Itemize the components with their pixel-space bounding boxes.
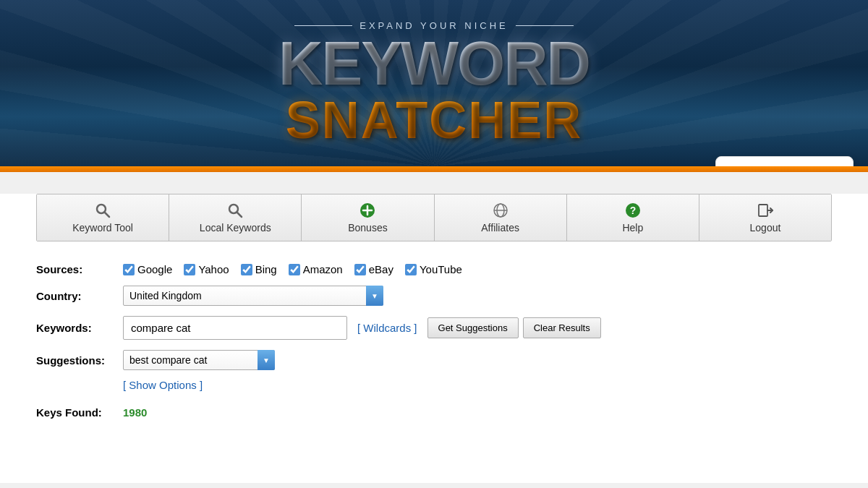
sources-row: Sources: Google Yahoo Bing Amazon — [36, 263, 832, 275]
logo-container: EXPAND YOUR NICHE KEYWORD SNATCHER — [278, 20, 590, 146]
globe-icon — [492, 202, 509, 219]
source-bing-checkbox[interactable] — [241, 264, 252, 275]
suggestions-select-wrapper: best compare cat compare cat food compar… — [123, 350, 275, 370]
wildcards-link[interactable]: [ Wildcards ] — [357, 322, 417, 334]
source-bing-label: Bing — [255, 263, 277, 275]
member-login-box[interactable]: ⬚ MEMBER LOGIN — [715, 156, 854, 166]
tab-logout[interactable]: Logout — [699, 194, 831, 241]
tab-bonuses-label: Bonuses — [348, 222, 387, 234]
source-youtube-checkbox[interactable] — [405, 264, 417, 275]
source-yahoo-label: Yahoo — [198, 263, 229, 275]
source-ebay-label: eBay — [369, 263, 393, 275]
source-yahoo[interactable]: Yahoo — [184, 263, 229, 275]
help-icon: ? — [624, 202, 642, 219]
source-google-label: Google — [137, 263, 172, 275]
svg-line-1 — [105, 213, 110, 218]
source-amazon-checkbox[interactable] — [289, 264, 300, 275]
orange-bar — [0, 166, 868, 172]
source-yahoo-checkbox[interactable] — [184, 264, 195, 275]
form-area: Sources: Google Yahoo Bing Amazon — [36, 263, 832, 419]
tab-help-label: Help — [622, 222, 643, 234]
source-google-checkbox[interactable] — [123, 264, 135, 275]
source-ebay[interactable]: eBay — [354, 263, 393, 275]
keywords-label: Keywords: — [36, 322, 123, 334]
source-google[interactable]: Google — [123, 263, 172, 275]
keywords-row: Keywords: [ Wildcards ] Get Suggestions … — [36, 316, 832, 340]
source-amazon-label: Amazon — [303, 263, 343, 275]
country-select[interactable]: United Kingdom United States Australia C… — [123, 286, 383, 306]
country-select-wrapper: United Kingdom United States Australia C… — [123, 286, 383, 306]
sources-label: Sources: — [36, 263, 123, 275]
header: EXPAND YOUR NICHE KEYWORD SNATCHER ⬚ MEM… — [0, 0, 868, 166]
svg-line-3 — [237, 213, 242, 218]
suggestions-select[interactable]: best compare cat compare cat food compar… — [123, 350, 275, 370]
keys-found-value: 1980 — [123, 406, 147, 419]
tab-local-keywords[interactable]: Local Keywords — [169, 194, 302, 241]
plus-icon — [359, 202, 376, 219]
tab-local-keywords-label: Local Keywords — [200, 222, 271, 234]
source-youtube-label: YouTube — [420, 263, 462, 275]
nav-tabs: Keyword Tool Local Keywords Bonuses Affi… — [36, 194, 832, 241]
tab-help[interactable]: ? Help — [567, 194, 699, 241]
source-ebay-checkbox[interactable] — [354, 264, 366, 275]
source-youtube[interactable]: YouTube — [405, 263, 462, 275]
suggestions-row: Suggestions: best compare cat compare ca… — [36, 350, 832, 370]
source-bing[interactable]: Bing — [241, 263, 277, 275]
tab-affiliates-label: Affiliates — [481, 222, 519, 234]
sources-checkbox-group: Google Yahoo Bing Amazon eBay — [123, 263, 462, 275]
svg-text:?: ? — [629, 205, 636, 216]
tab-keyword-tool[interactable]: Keyword Tool — [37, 194, 169, 241]
keys-found-row: Keys Found: 1980 — [36, 406, 832, 419]
get-suggestions-button[interactable]: Get Suggestions — [427, 317, 519, 338]
clear-results-button[interactable]: Clear Results — [523, 317, 601, 338]
magnifier-icon-1 — [94, 202, 111, 219]
content-area: Keyword Tool Local Keywords Bonuses Affi… — [0, 194, 868, 483]
show-options-link[interactable]: [ Show Options ] — [123, 379, 203, 391]
tab-affiliates[interactable]: Affiliates — [435, 194, 567, 241]
tab-bonuses[interactable]: Bonuses — [302, 194, 434, 241]
country-label: Country: — [36, 290, 123, 302]
keys-found-label: Keys Found: — [36, 406, 123, 419]
svg-rect-12 — [759, 205, 767, 216]
source-amazon[interactable]: Amazon — [289, 263, 343, 275]
logout-icon — [757, 202, 774, 219]
keywords-input[interactable] — [123, 316, 347, 340]
tab-keyword-tool-label: Keyword Tool — [72, 222, 133, 234]
snatcher-logo-text: SNATCHER — [278, 94, 590, 146]
magnifier-icon-2 — [226, 202, 244, 219]
country-row: Country: United Kingdom United States Au… — [36, 286, 832, 306]
show-options-row: [ Show Options ] — [123, 376, 832, 392]
keyword-logo-text: KEYWORD — [278, 33, 590, 94]
suggestions-label: Suggestions: — [36, 354, 123, 367]
tab-logout-label: Logout — [750, 222, 781, 234]
